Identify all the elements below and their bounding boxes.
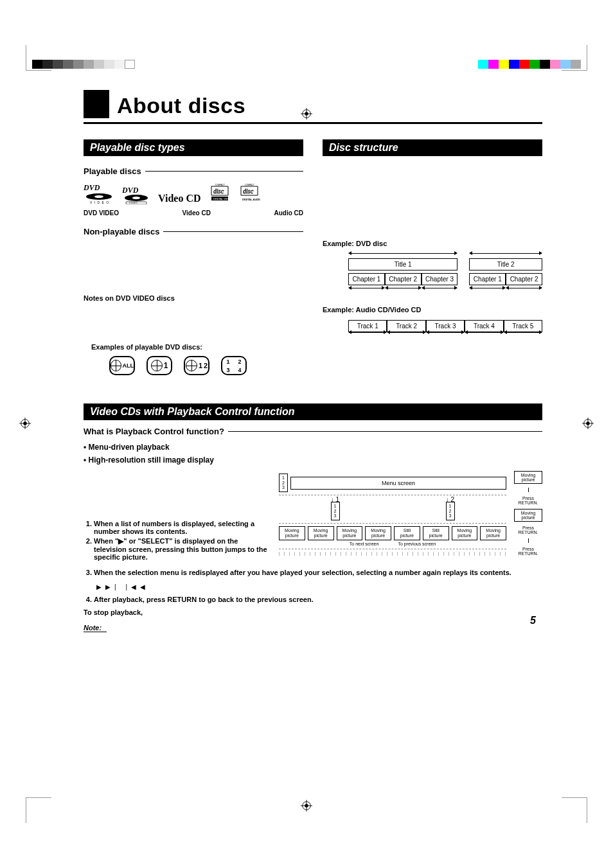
compact-disc-video-icon: COMPACT disc DIGITAL VIDEO — [209, 182, 231, 204]
diagram-track: Track 3 — [426, 320, 465, 332]
playable-discs-label: Playable discs — [84, 166, 141, 176]
svg-text:V I D E O: V I D E O — [129, 202, 138, 204]
flow-leaf: Moving picture — [308, 526, 334, 540]
region-code-label: 3 — [222, 367, 234, 373]
region-code-label: 1 — [164, 361, 168, 370]
diagram-chapter: Chapter 1 — [469, 273, 506, 285]
svg-point-10 — [132, 197, 140, 199]
svg-text:V I D E O: V I D E O — [90, 200, 109, 204]
diagram-chapter: Chapter 3 — [422, 273, 458, 285]
flow-press-return: Press RETURN. — [514, 496, 542, 505]
dvd-structure-diagram: Title 1 Title 2 Chapter 1 Chapter 2 Chap… — [348, 254, 542, 293]
step-1: When a list of numbers is displayed, sel… — [94, 520, 283, 535]
cd-structure-diagram: Track 1 Track 2 Track 3 Track 4 Track 5 — [348, 320, 542, 337]
svg-text:DVD: DVD — [84, 183, 100, 192]
notes-dvd-label: Notes on DVD VIDEO discs — [84, 294, 303, 302]
diagram-chapter: Chapter 1 — [348, 273, 385, 285]
rule-line — [145, 171, 303, 172]
section-heading-pbc: Video CDs with Playback Control function — [84, 403, 542, 420]
region-code-label: 1 — [222, 359, 234, 365]
flow-num: 3 — [333, 513, 337, 518]
flow-leaf: Moving picture — [480, 526, 506, 540]
bullet-menu-driven: Menu-driven playback — [84, 443, 542, 452]
flow-num: 2 — [281, 481, 285, 486]
dvd-video-logo-icon: DVD V I D E O — [84, 182, 114, 204]
flow-leaf: Moving picture — [365, 526, 391, 540]
flow-leaf: Still picture — [394, 526, 420, 540]
pbc-flowchart: 1 2 3 Menu screen ↓ 1 1 2 3 — [279, 471, 542, 556]
svg-text:disc: disc — [243, 188, 254, 195]
flow-num: 1 — [336, 496, 340, 503]
rule-line — [228, 431, 542, 432]
flow-num: 1 — [281, 475, 285, 481]
step-2: When "▶" or "SELECT" is displayed on the… — [94, 537, 283, 561]
flow-num: 3 — [281, 485, 285, 490]
svg-text:disc: disc — [213, 188, 224, 195]
flow-num: 1 — [449, 504, 452, 509]
step-3: When the selection menu is redisplayed a… — [94, 569, 542, 576]
logo-label-acd: Audio CD — [274, 209, 303, 217]
globe-icon — [111, 360, 121, 371]
dvd-logo-icon: DVD V I D E O — [122, 185, 150, 204]
step-4: After playback, press RETURN to go back … — [94, 596, 542, 603]
page-number: 5 — [530, 615, 536, 626]
svg-text:COMPACT: COMPACT — [245, 184, 254, 186]
flow-num: 1 — [333, 504, 337, 509]
globe-icon — [186, 360, 197, 371]
region-code-1-2: 1 2 — [184, 356, 209, 375]
diagram-chapter: Chapter 2 — [506, 273, 542, 285]
flow-moving-picture: Moving picture — [514, 471, 542, 484]
diagram-title: Title 1 — [348, 258, 458, 270]
region-code-label: 2 — [234, 359, 245, 365]
diagram-track: Track 5 — [504, 320, 542, 332]
diagram-chapter: Chapter 2 — [385, 273, 422, 285]
svg-text:DVD: DVD — [122, 186, 139, 195]
logo-label-dvd: DVD VIDEO — [84, 209, 119, 217]
example-dvd-label: Example: DVD disc — [323, 240, 542, 247]
svg-text:COMPACT: COMPACT — [215, 184, 225, 186]
videocd-logotype: Video CD — [158, 193, 201, 204]
flow-leaf: Still picture — [423, 526, 449, 540]
page-title: About discs — [117, 93, 245, 118]
registration-mark-icon — [19, 418, 31, 429]
example-cd-label: Example: Audio CD/Video CD — [323, 306, 542, 314]
region-code-label: 4 — [234, 367, 245, 373]
flow-leaf: Moving picture — [279, 526, 305, 540]
flow-press-return: Press RETURN. — [514, 526, 542, 535]
flow-num: 3 — [449, 513, 452, 518]
bullet-hires-still: High-resolution still image display — [84, 456, 542, 465]
flow-num: 2 — [333, 509, 337, 514]
flow-leaf: Moving picture — [452, 526, 478, 540]
section-heading-structure: Disc structure — [323, 139, 542, 156]
logo-label-vcd: Video CD — [182, 209, 211, 217]
region-code-all: ALL — [109, 356, 135, 375]
title-marker — [84, 90, 109, 118]
rule-line — [163, 231, 303, 232]
flow-num: 2 — [449, 509, 452, 514]
nonplayable-discs-label: Non-playable discs — [84, 227, 159, 236]
stop-playback-label: To stop playback, — [84, 608, 542, 616]
note-label: Note: — [84, 624, 107, 632]
flow-leaf: Moving picture — [337, 526, 363, 540]
svg-text:DIGITAL AUDIO: DIGITAL AUDIO — [242, 198, 260, 201]
pbc-question-label: What is Playback Control function? — [84, 427, 224, 436]
playable-examples-label: Examples of playable DVD discs: — [91, 343, 303, 351]
region-code-label: 1 — [199, 362, 202, 369]
disc-logos: DVD V I D E O DVD V I D E O Video CD — [84, 182, 303, 204]
flow-num: 2 — [451, 496, 455, 503]
compact-disc-audio-icon: COMPACT disc DIGITAL AUDIO — [238, 182, 260, 204]
region-code-label: 2 — [204, 362, 208, 369]
transport-icons: ▶▶| |◀◀ — [96, 583, 149, 590]
section-heading-playable: Playable disc types — [84, 139, 303, 156]
diagram-track: Track 4 — [465, 320, 503, 332]
globe-icon — [151, 360, 163, 371]
flow-hint-next: To next screen — [350, 542, 379, 546]
svg-point-6 — [94, 195, 103, 198]
region-code-multi: 1 2 3 4 — [221, 356, 247, 375]
region-code-label: ALL — [123, 362, 134, 369]
svg-text:DIGITAL VIDEO: DIGITAL VIDEO — [213, 197, 231, 200]
flow-press-return: Press RETURN. — [514, 547, 542, 556]
diagram-track: Track 1 — [348, 320, 387, 332]
flow-hint-prev: To previous screen — [398, 542, 436, 546]
registration-mark-icon — [582, 418, 594, 429]
